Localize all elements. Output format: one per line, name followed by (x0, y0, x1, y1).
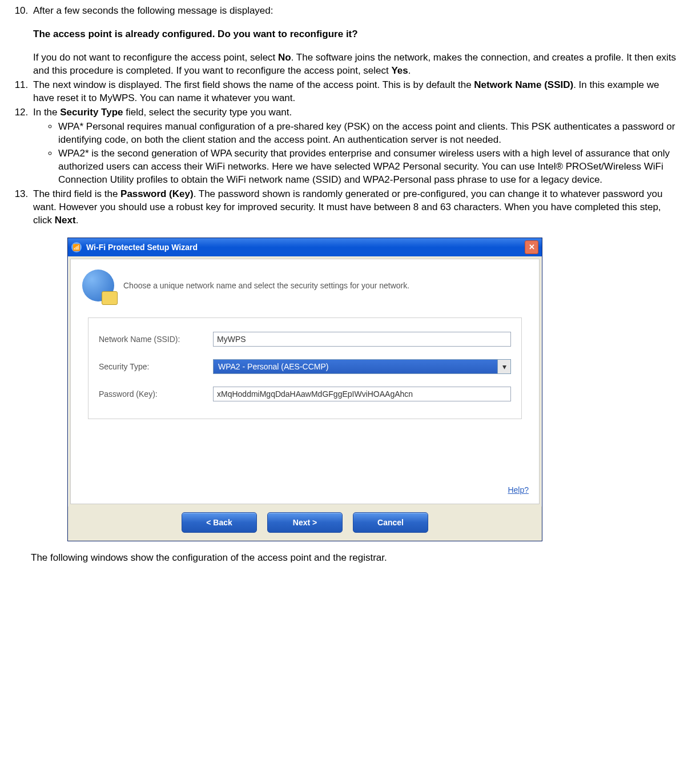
step-12-sublist: WPA* Personal requires manual configurat… (33, 120, 680, 187)
dialog-intro: Choose a unique network name and select … (82, 270, 528, 301)
cancel-button[interactable]: Cancel (353, 512, 428, 533)
select-sectype-value: WPA2 - Personal (AES-CCMP) (214, 360, 497, 373)
label-password: Password (Key): (99, 389, 213, 400)
step-12-sub1: WPA* Personal requires manual configurat… (58, 120, 680, 147)
step-10: After a few seconds the following messag… (31, 5, 680, 78)
wizard-dialog-screenshot: 📶 Wi-Fi Protected Setup Wizard ✕ Choose … (67, 238, 680, 541)
close-button[interactable]: ✕ (525, 240, 538, 254)
instruction-list: After a few seconds the following messag… (8, 5, 680, 541)
step-10-line1: After a few seconds the following messag… (33, 5, 273, 16)
row-ssid: Network Name (SSID): MyWPS (99, 332, 511, 347)
following-text: The following windows show the configura… (31, 552, 680, 565)
step-11: The next window is displayed. The first … (31, 79, 680, 105)
step-11-ssid: Network Name (SSID) (474, 79, 573, 90)
step-10-message: The access point is already configured. … (33, 29, 358, 39)
step-10-no: No (278, 52, 291, 63)
step-13-text-a: The third field is the (33, 188, 120, 199)
input-password[interactable]: xMqHoddmiMgqDdaHAawMdGFggEpIWviHOAAgAhcn (213, 387, 511, 401)
step-10-text-a: If you do not want to reconfigure the ac… (33, 52, 278, 63)
step-12: In the Security Type field, select the s… (31, 106, 680, 187)
next-button[interactable]: Next > (267, 512, 343, 533)
dialog-titlebar: 📶 Wi-Fi Protected Setup Wizard ✕ (68, 238, 542, 256)
step-10-yes: Yes (391, 65, 408, 76)
step-13-password: Password (Key) (120, 188, 194, 199)
dialog-body: Choose a unique network name and select … (70, 259, 540, 504)
row-sectype: Security Type: WPA2 - Personal (AES-CCMP… (99, 359, 511, 374)
label-ssid: Network Name (SSID): (99, 334, 213, 345)
chevron-down-icon[interactable]: ▾ (497, 360, 510, 373)
help-link[interactable]: Help? (508, 485, 529, 496)
step-13-next: Next (55, 215, 76, 226)
step-10-text-c: . (408, 65, 411, 76)
wifi-titlebar-icon: 📶 (71, 242, 82, 252)
input-ssid[interactable]: MyWPS (213, 332, 511, 347)
step-12-sub2: WPA2* is the second generation of WPA se… (58, 147, 680, 187)
dialog-button-bar: < Back Next > Cancel (68, 506, 542, 541)
wizard-dialog: 📶 Wi-Fi Protected Setup Wizard ✕ Choose … (67, 238, 542, 541)
step-12-text-b: field, select the security type you want… (123, 107, 292, 118)
step-13-text-c: . (76, 215, 79, 226)
step-11-text-a: The next window is displayed. The first … (33, 79, 474, 90)
label-sectype: Security Type: (99, 361, 213, 372)
row-password: Password (Key): xMqHoddmiMgqDdaHAawMdGFg… (99, 387, 511, 401)
step-13: The third field is the Password (Key). T… (31, 188, 680, 541)
wifi-lock-icon (82, 270, 114, 301)
back-button[interactable]: < Back (182, 512, 257, 533)
dialog-title: Wi-Fi Protected Setup Wizard (86, 242, 525, 253)
dialog-intro-text: Choose a unique network name and select … (123, 280, 409, 291)
step-12-text-a: In the (33, 107, 60, 118)
form-group: Network Name (SSID): MyWPS Security Type… (88, 317, 522, 419)
select-sectype[interactable]: WPA2 - Personal (AES-CCMP) ▾ (213, 359, 511, 374)
step-12-sectype: Security Type (60, 107, 123, 118)
